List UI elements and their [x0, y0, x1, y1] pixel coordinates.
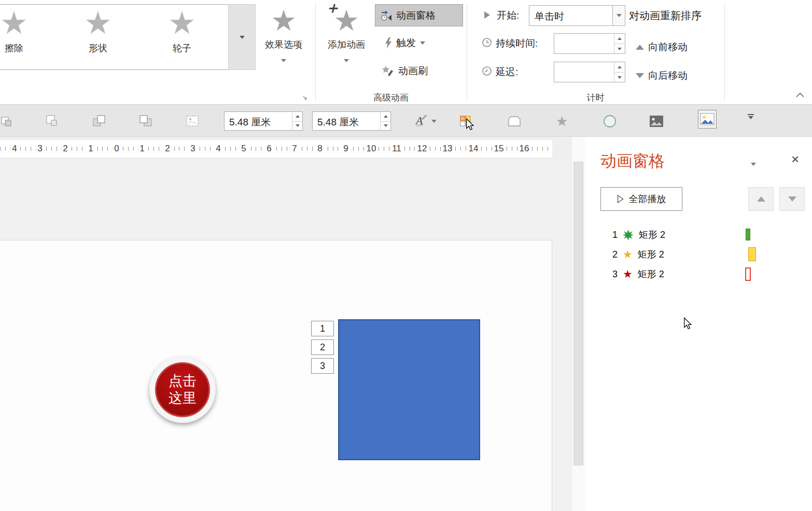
start-play-icon	[483, 11, 491, 19]
trigger-button[interactable]: 触发	[385, 33, 425, 53]
play-all-button[interactable]: 全部播放	[600, 187, 682, 211]
duration-spinbox[interactable]	[554, 33, 625, 54]
animation-tag-2[interactable]: 2	[311, 339, 334, 355]
spin-up-button[interactable]	[614, 62, 625, 72]
animation-item-3[interactable]: 3 ★ 矩形 2	[585, 264, 812, 284]
effect-options-button[interactable]: ★ 效果选项	[258, 4, 309, 83]
ruler-row: 4 3 2 1 0 1 2 3 4 5 6 7 8 9 10 11 12 13 …	[0, 137, 571, 161]
group-separator	[724, 3, 725, 102]
send-backward-icon[interactable]	[139, 113, 153, 130]
animation-styles-icon[interactable]: ★	[556, 113, 568, 130]
ruler-number: 7	[290, 144, 298, 154]
start-label: 开始:	[497, 9, 519, 22]
shape-effects-icon[interactable]: A	[412, 113, 437, 130]
exit-star-icon: ★	[623, 268, 633, 280]
animation-order: 3	[609, 269, 618, 280]
mouse-cursor-toolbar	[466, 118, 474, 131]
gallery-more-button[interactable]	[228, 4, 256, 70]
arrange-shape-icon[interactable]	[1, 113, 15, 130]
triangle-down-icon	[636, 73, 644, 78]
wipe-star-icon: ★	[0, 7, 55, 40]
click-here-button-shape[interactable]: 点击 这里	[149, 357, 216, 423]
gallery-item-shapes[interactable]: ★ 形状	[57, 7, 139, 68]
spin-up-icon	[296, 115, 300, 118]
gallery-item-wipe[interactable]: ★ 擦除	[0, 7, 55, 68]
ruler-number: 15	[493, 144, 506, 154]
animation-painter-button[interactable]: 动画刷	[382, 61, 428, 81]
move-earlier-label: 向前移动	[648, 40, 688, 54]
delay-spinbox[interactable]	[554, 62, 625, 82]
scrollbar-thumb[interactable]	[573, 162, 583, 465]
ruler-number: 10	[365, 144, 378, 154]
move-later-button[interactable]: 向后移动	[636, 65, 688, 86]
spin-up-icon	[618, 37, 622, 40]
start-combobox[interactable]: 单击时	[529, 5, 625, 26]
ruler-number: 0	[113, 144, 120, 154]
horizontal-ruler[interactable]: 4 3 2 1 0 1 2 3 4 5 6 7 8 9 10 11 12 13 …	[0, 140, 552, 158]
ruler-number: 5	[240, 144, 247, 154]
change-shape-icon[interactable]	[507, 113, 522, 130]
spin-up-icon	[618, 66, 622, 68]
ruler-number: 4	[214, 144, 222, 154]
animation-order-tags: 1 2 3	[311, 321, 334, 377]
triangle-up-icon	[757, 196, 765, 202]
shape-width-spinbox[interactable]: 5.48 厘米	[312, 111, 391, 131]
spin-down-button[interactable]	[614, 44, 625, 53]
picture-icon[interactable]	[649, 113, 664, 130]
animation-tag-3[interactable]: 3	[311, 358, 334, 374]
shape-height-spinbox[interactable]: 5.48 厘米	[224, 111, 303, 131]
bring-forward-icon[interactable]	[92, 113, 107, 130]
toolbar-options-icon[interactable]	[748, 114, 754, 131]
move-earlier-button[interactable]: 向前移动	[636, 37, 688, 58]
collapse-ribbon-icon[interactable]	[795, 92, 805, 97]
animation-order: 1	[609, 230, 618, 240]
powerpoint-window: ★ 擦除 ★ 形状 ★ 轮子 ↘ ★ 效果选项 ★＋ 添加动画	[0, 0, 812, 511]
gallery-item-wheel[interactable]: ★ 轮子	[141, 7, 223, 68]
rectangle-2-shape[interactable]	[338, 319, 480, 460]
combobox-dropdown-button[interactable]	[612, 6, 625, 25]
effect-options-star-icon: ★	[258, 4, 309, 37]
align-shape-icon[interactable]	[46, 113, 59, 130]
crop-picture-icon[interactable]	[186, 113, 200, 130]
ruler-number: 2	[61, 144, 69, 154]
timing-group-label: 计时	[467, 92, 724, 104]
ruler-number: 3	[189, 144, 197, 154]
spin-down-icon	[618, 76, 622, 79]
insert-picture-icon[interactable]	[698, 111, 717, 127]
ruler-number: 11	[390, 144, 403, 154]
reorder-animation-title: 对动画重新排序	[629, 9, 702, 23]
ruler-number: 2	[163, 144, 171, 154]
shape-height-value: 5.48 厘米	[229, 116, 271, 129]
timeline-bar-exit[interactable]	[745, 267, 751, 281]
spin-down-button[interactable]	[381, 121, 390, 131]
pane-move-down-button[interactable]	[779, 187, 805, 211]
dialog-launcher-icon[interactable]: ↘	[301, 94, 309, 101]
add-animation-label: 添加动画	[320, 38, 372, 51]
animation-item-2[interactable]: 2 ★ 矩形 2	[585, 245, 812, 264]
timeline-bar-entrance[interactable]	[746, 229, 750, 240]
spin-up-button[interactable]	[381, 112, 390, 121]
pane-options-button[interactable]	[751, 159, 756, 168]
ruler-number: 8	[316, 144, 324, 154]
delay-label: 延迟:	[496, 65, 518, 79]
animation-tag-1[interactable]: 1	[311, 321, 334, 336]
vertical-scrollbar[interactable]	[571, 137, 585, 511]
animation-pane-toggle-button[interactable]: 动画窗格	[375, 4, 463, 26]
plus-icon: ＋	[325, 0, 340, 16]
timeline-bar-emphasis[interactable]	[748, 247, 756, 261]
pane-move-up-button[interactable]	[748, 187, 774, 211]
slide-canvas[interactable]: 点击 这里 1 2 3	[0, 240, 552, 511]
animation-painter-icon	[382, 65, 394, 77]
animation-item-1[interactable]: 1 矩形 2	[585, 225, 812, 245]
spin-up-button[interactable]	[614, 34, 625, 44]
oval-shape-icon[interactable]	[603, 113, 617, 130]
add-animation-button[interactable]: ★＋ 添加动画	[320, 4, 372, 83]
spin-up-button[interactable]	[292, 112, 302, 121]
animation-pane: 动画窗格 × 全部播放 1 矩形 2 2 ★ 矩形 2	[585, 137, 812, 511]
spin-down-button[interactable]	[614, 72, 625, 82]
chevron-down-icon	[617, 14, 622, 17]
spin-down-button[interactable]	[292, 121, 302, 131]
gallery-item-label: 轮子	[141, 42, 223, 54]
pane-close-button[interactable]: ×	[791, 152, 799, 166]
add-animation-star-icon: ★＋	[320, 4, 372, 37]
